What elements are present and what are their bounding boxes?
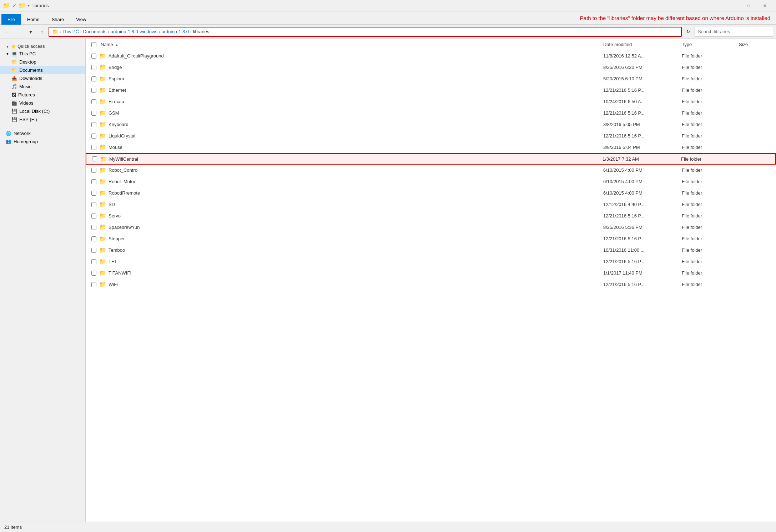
file-name-12: 📁 RobotIRremote — [99, 190, 602, 196]
row-checkbox-18[interactable] — [89, 259, 99, 264]
row-checkbox-19[interactable] — [89, 271, 99, 276]
breadcrumb-arduino[interactable]: arduino-1.8.0 — [161, 29, 189, 34]
file-row[interactable]: 📁 TITANWIFI 1/1/2017 11:40 PM File folde… — [86, 267, 776, 279]
up-button[interactable]: ↑ — [37, 27, 47, 37]
row-checkbox-0[interactable] — [89, 54, 99, 59]
file-name-text-8: Mouse — [109, 145, 122, 150]
main-container: ▼ ⭐ Quick access ▼ 💻 This PC 📁 Desktop 📁… — [0, 39, 776, 522]
file-type-16: File folder — [680, 236, 737, 241]
sidebar-item-desktop[interactable]: 📁 Desktop — [0, 58, 85, 66]
file-name-17: 📁 Temboo — [99, 247, 602, 254]
file-row[interactable]: 📁 Esplora 5/20/2015 6:10 PM File folder — [86, 73, 776, 85]
breadcrumb-arduino-windows[interactable]: arduino-1.8.0-windows — [111, 29, 157, 34]
breadcrumb-this-pc[interactable]: This PC — [62, 29, 79, 34]
file-row[interactable]: 📁 RobotIRremote 6/10/2015 4:00 PM File f… — [86, 187, 776, 199]
row-checkbox-11[interactable] — [89, 179, 99, 184]
tab-home[interactable]: Home — [21, 14, 46, 25]
col-header-size[interactable]: Size — [737, 42, 773, 47]
file-row[interactable]: 📁 SD 12/12/2016 4:40 P... File folder — [86, 199, 776, 210]
sidebar-item-music[interactable]: 🎵 Music — [0, 82, 85, 91]
row-checkbox-16[interactable] — [89, 236, 99, 241]
sidebar-item-homegroup[interactable]: 👥 Homegroup — [0, 137, 85, 146]
col-header-type[interactable]: Type — [680, 42, 737, 47]
minimize-button[interactable]: ─ — [724, 0, 740, 11]
row-checkbox-6[interactable] — [89, 122, 99, 127]
file-type-11: File folder — [680, 179, 737, 184]
file-row[interactable]: 📁 WiFi 12/21/2016 5:16 P... File folder — [86, 279, 776, 290]
folder-icon-17: 📁 — [99, 247, 106, 254]
row-checkbox-7[interactable] — [89, 134, 99, 139]
file-row[interactable]: 📁 Stepper 12/21/2016 5:16 P... File fold… — [86, 233, 776, 245]
breadcrumb-refresh-button[interactable]: ↻ — [683, 27, 693, 37]
sidebar-item-this-pc[interactable]: ▼ 💻 This PC — [0, 50, 85, 58]
file-row[interactable]: 📁 TFT 12/21/2016 5:16 P... File folder — [86, 256, 776, 267]
file-row[interactable]: 📁 Bridge 8/25/2016 6:20 PM File folder — [86, 62, 776, 73]
file-row[interactable]: 📁 Temboo 10/31/2016 11:00 ... File folde… — [86, 245, 776, 256]
file-name-6: 📁 Keyboard — [99, 121, 602, 128]
file-type-7: File folder — [680, 133, 737, 139]
row-checkbox-10[interactable] — [89, 168, 99, 173]
file-row[interactable]: 📁 Keyboard 3/8/2016 5:05 PM File folder — [86, 119, 776, 130]
tab-share[interactable]: Share — [46, 14, 70, 25]
col-header-name[interactable]: Name ▲ — [99, 42, 602, 47]
ribbon: File Home Share View Path to the "librar… — [0, 11, 776, 25]
tab-view[interactable]: View — [70, 14, 92, 25]
search-input[interactable] — [695, 27, 773, 37]
file-row[interactable]: 📁 Firmata 10/24/2016 6:50 A... File fold… — [86, 96, 776, 107]
row-checkbox-9[interactable] — [89, 156, 100, 161]
row-checkbox-5[interactable] — [89, 111, 99, 116]
desktop-label: Desktop — [19, 59, 36, 65]
forward-button[interactable]: → — [14, 27, 24, 37]
file-date-14: 12/21/2016 5:16 P... — [602, 213, 680, 219]
select-all-checkbox[interactable] — [89, 42, 99, 47]
row-checkbox-1[interactable] — [89, 65, 99, 70]
file-row[interactable]: 📁 SpacebrewYun 8/25/2016 5:36 PM File fo… — [86, 222, 776, 233]
tab-file[interactable]: File — [1, 14, 21, 25]
file-row[interactable]: 📁 LiquidCrystal 12/21/2016 5:16 P... Fil… — [86, 130, 776, 142]
file-row[interactable]: 📁 Robot_Motor 6/10/2015 4:00 PM File fol… — [86, 176, 776, 187]
sidebar-item-esp[interactable]: 💾 ESP (F:) — [0, 115, 85, 124]
file-date-7: 12/21/2016 5:16 P... — [602, 133, 680, 139]
row-checkbox-2[interactable] — [89, 76, 99, 81]
row-checkbox-20[interactable] — [89, 282, 99, 287]
row-checkbox-14[interactable] — [89, 214, 99, 219]
file-row[interactable]: 📁 Servo 12/21/2016 5:16 P... File folder — [86, 210, 776, 222]
breadcrumb-sep-4: › — [190, 30, 192, 34]
this-pc-icon: 💻 — [11, 51, 17, 56]
file-row[interactable]: 📁 Adafruit_CircuitPlayground 11/8/2016 1… — [86, 50, 776, 62]
row-checkbox-8[interactable] — [89, 145, 99, 150]
back-button[interactable]: ← — [3, 27, 13, 37]
sidebar-item-local-disk[interactable]: 💾 Local Disk (C:) — [0, 107, 85, 115]
sidebar-item-pictures[interactable]: 🖼 Pictures — [0, 91, 85, 99]
row-checkbox-15[interactable] — [89, 225, 99, 230]
folder-icon-14: 📁 — [99, 212, 106, 219]
sidebar-item-videos[interactable]: 🎬 Videos — [0, 99, 85, 107]
recent-locations-button[interactable]: ▼ — [26, 27, 36, 37]
file-name-3: 📁 Ethernet — [99, 87, 602, 94]
dropdown-arrow[interactable]: ▾ — [28, 4, 30, 7]
col-header-date[interactable]: Date modified — [602, 42, 680, 47]
sidebar-item-documents[interactable]: 📁 Documents — [0, 66, 85, 74]
item-count: 21 items — [4, 525, 22, 530]
file-row[interactable]: 📁 Mouse 3/8/2016 5:04 PM File folder — [86, 142, 776, 153]
sidebar-item-downloads[interactable]: 📥 Downloads — [0, 74, 85, 82]
file-name-text-4: Firmata — [109, 99, 124, 104]
row-checkbox-3[interactable] — [89, 88, 99, 93]
file-row[interactable]: 📁 GSM 12/21/2016 5:16 P... File folder — [86, 107, 776, 119]
close-button[interactable]: ✕ — [757, 0, 773, 11]
file-type-19: File folder — [680, 270, 737, 276]
sidebar-item-network[interactable]: 🌐 Network — [0, 129, 85, 137]
row-checkbox-12[interactable] — [89, 191, 99, 196]
row-checkbox-13[interactable] — [89, 202, 99, 207]
row-checkbox-4[interactable] — [89, 99, 99, 104]
row-checkbox-17[interactable] — [89, 248, 99, 253]
file-name-text-14: Servo — [109, 213, 121, 219]
file-row[interactable]: 📁 Robot_Control 6/10/2015 4:00 PM File f… — [86, 165, 776, 176]
maximize-button[interactable]: □ — [740, 0, 757, 11]
breadcrumb-documents[interactable]: Documents — [83, 29, 107, 34]
file-row[interactable]: 📁 MyWifiCentral 1/3/2017 7:32 AM File fo… — [86, 153, 776, 165]
sidebar-header-quick-access[interactable]: ▼ ⭐ Quick access — [0, 42, 85, 50]
breadcrumb-sep-3: › — [159, 30, 160, 34]
file-name-8: 📁 Mouse — [99, 144, 602, 151]
file-row[interactable]: 📁 Ethernet 12/21/2016 5:16 P... File fol… — [86, 85, 776, 96]
